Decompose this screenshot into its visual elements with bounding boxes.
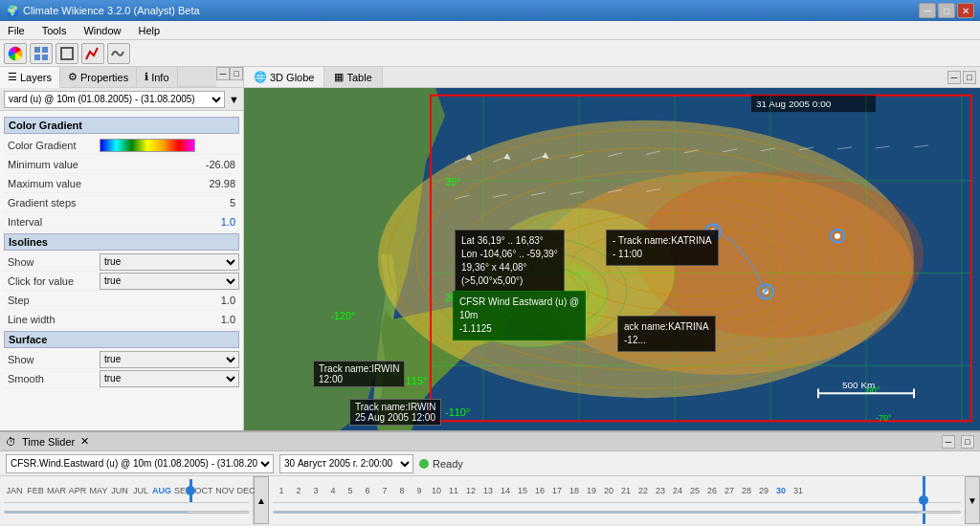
day-4: 4 <box>324 486 342 495</box>
svg-text:-120°: -120° <box>330 310 355 321</box>
min-value-row: Minimum value -26.08 <box>4 155 239 174</box>
interval-row: Interval 1.0 <box>4 212 239 231</box>
smooth-row: Smooth truefalse <box>4 369 239 388</box>
svg-rect-3 <box>34 55 40 60</box>
month-dec: DEC <box>235 486 256 495</box>
click-for-value-label: Click for value <box>4 275 100 287</box>
svg-rect-4 <box>42 55 48 60</box>
color-gradient-header: Color Gradient <box>4 117 239 134</box>
day-slider-thumb[interactable] <box>919 495 928 505</box>
line-width-label: Line width <box>4 314 100 325</box>
box-button[interactable] <box>56 43 78 64</box>
layer-select[interactable]: vard (u) @ 10m (01.08.2005) - (31.08.200… <box>4 91 225 108</box>
panel-maximize-button[interactable]: □ <box>230 67 243 80</box>
max-value-row: Maximum value 29.98 <box>4 174 239 193</box>
tab-3d-globe[interactable]: 🌐 3D Globe <box>244 67 324 87</box>
month-scale: JAN FEB MAR APR MAY JUN JUL AUG SEP OCT … <box>4 486 256 495</box>
tab-info[interactable]: ℹ Info <box>137 67 177 87</box>
grid-button[interactable] <box>30 43 53 64</box>
day-16: 16 <box>531 486 548 495</box>
globe-minimize-button[interactable]: ─ <box>947 71 961 84</box>
globe-viewport[interactable]: 35° 20° -120° -115° -110° 60° -70° 500 K… <box>244 88 980 430</box>
month-may: MAY <box>88 486 109 495</box>
click-for-value-select[interactable]: truefalse <box>100 273 239 290</box>
month-slider-thumb[interactable] <box>186 486 195 495</box>
tab-table-label: Table <box>346 72 371 83</box>
line-width-row: Line width 1.0 <box>4 310 239 329</box>
time-slider-minimize[interactable]: ─ <box>942 435 955 449</box>
isolines-show-select[interactable]: truefalse <box>100 253 239 271</box>
day-track-container: 1 2 3 4 5 6 7 8 9 10 11 12 13 14 15 16 1 <box>269 476 965 524</box>
day-28: 28 <box>738 486 755 495</box>
track-scroll-down[interactable]: ▼ <box>965 476 980 524</box>
svg-text:500 Km: 500 Km <box>842 381 875 391</box>
menu-help[interactable]: Help <box>135 23 165 38</box>
max-value-label: Maximum value <box>4 178 100 189</box>
time-slider-title: Time Slider <box>22 436 75 448</box>
day-24: 24 <box>669 486 686 495</box>
day-27: 27 <box>721 486 738 495</box>
interval-value[interactable]: 1.0 <box>100 216 239 228</box>
menu-tools[interactable]: Tools <box>38 23 71 38</box>
smooth-select[interactable]: truefalse <box>100 370 239 387</box>
wind-data-tooltip: CFSR Wind Eastward (u) @ 10m -1.1125 <box>453 291 586 340</box>
track-katrina-tooltip-2: ack name:KATRINA -12... <box>617 316 716 352</box>
click-for-value-row: Click for value truefalse <box>4 272 239 291</box>
color-gradient-bar[interactable] <box>100 139 195 152</box>
track-irwin-label-2: Track name:IRWIN 25 Aug 2005 12:00 <box>349 399 441 426</box>
panel-minimize-button[interactable]: ─ <box>216 67 230 80</box>
time-slider-close-icon: ✕ <box>80 435 89 448</box>
surface-show-select[interactable]: truefalse <box>100 351 239 368</box>
month-slider-handle[interactable] <box>189 479 192 502</box>
chart-button[interactable] <box>81 43 104 64</box>
surface-show-row: Show truefalse <box>4 350 239 369</box>
month-nov: NOV <box>214 486 235 495</box>
track-scroll-up[interactable]: ▲ <box>254 476 269 524</box>
panel-tabs: ☰ Layers ⚙ Properties ℹ Info ─ □ <box>0 67 243 88</box>
menu-file[interactable]: File <box>4 23 29 38</box>
time-slider-maximize[interactable]: □ <box>961 435 974 449</box>
gradient-steps-row: Gradient steps 5 <box>4 193 239 212</box>
tab-properties[interactable]: ⚙ Properties <box>60 67 137 87</box>
color-wheel-button[interactable] <box>4 43 27 64</box>
interval-label: Interval <box>4 216 100 228</box>
globe-maximize-button[interactable]: □ <box>963 71 976 84</box>
wave-button[interactable] <box>107 43 130 64</box>
day-9: 9 <box>411 486 428 495</box>
month-aug[interactable]: AUG <box>151 486 172 495</box>
gradient-steps-label: Gradient steps <box>4 197 100 208</box>
close-button[interactable]: ✕ <box>957 3 974 18</box>
dataset-select[interactable]: CFSR.Wind.Eastward (u) @ 10m (01.08.2005… <box>6 454 274 473</box>
day-slider-handle[interactable] <box>923 476 925 524</box>
day-7: 7 <box>376 486 393 495</box>
time-slider-icon: ⏱ <box>6 436 16 448</box>
tab-layers[interactable]: ☰ Layers <box>0 67 60 88</box>
isolines-show-row: Show truefalse <box>4 252 239 272</box>
menu-window[interactable]: Window <box>79 23 124 38</box>
time-slider-header: ⏱ Time Slider ✕ ─ □ <box>0 432 980 451</box>
menu-bar: File Tools Window Help <box>0 21 980 40</box>
globe-area: 🌐 3D Globe ▦ Table ─ □ <box>244 67 980 430</box>
max-value: 29.98 <box>100 178 239 189</box>
isolines-show-label: Show <box>4 256 100 268</box>
tab-table[interactable]: ▦ Table <box>324 67 382 87</box>
day-26: 26 <box>703 486 721 495</box>
window-controls[interactable]: ─ □ ✕ <box>919 3 974 18</box>
surface-header: Surface <box>4 331 239 348</box>
day-2: 2 <box>290 486 307 495</box>
svg-text:-115°: -115° <box>402 375 427 386</box>
day-13: 13 <box>479 486 497 495</box>
left-panel: ☰ Layers ⚙ Properties ℹ Info ─ □ vard (u… <box>0 67 244 430</box>
smooth-label: Smooth <box>4 373 100 384</box>
surface-show-label: Show <box>4 354 100 365</box>
day-11: 11 <box>445 486 462 495</box>
layer-dropdown-row: vard (u) @ 10m (01.08.2005) - (31.08.200… <box>0 88 243 111</box>
ready-badge: Ready <box>419 458 463 470</box>
step-value: 1.0 <box>100 295 239 306</box>
properties-icon: ⚙ <box>68 71 78 83</box>
day-30[interactable]: 30 <box>772 486 790 495</box>
minimize-button[interactable]: ─ <box>919 3 936 18</box>
maximize-button[interactable]: □ <box>938 3 955 18</box>
date-time-select[interactable]: 30 Август 2005 г. 2:00:00 <box>279 454 413 473</box>
day-14: 14 <box>497 486 514 495</box>
